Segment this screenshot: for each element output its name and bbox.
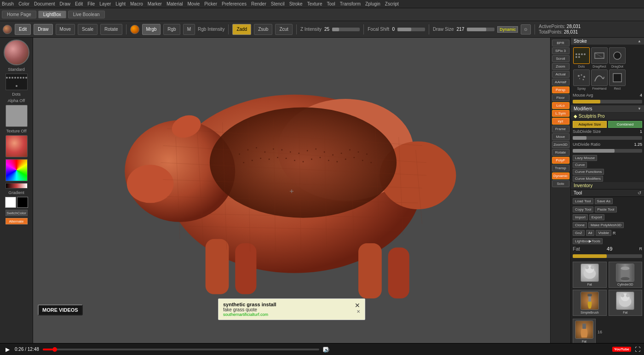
- export-button[interactable]: Export: [589, 214, 604, 220]
- menu-render[interactable]: Render: [251, 1, 266, 6]
- menu-edit[interactable]: Edit: [75, 1, 83, 6]
- tab-lightbox[interactable]: LightBox: [38, 11, 66, 18]
- bpr-button[interactable]: BPR: [552, 40, 569, 46]
- stroke-section-header[interactable]: Stroke ▲: [571, 38, 644, 45]
- clone-button[interactable]: Clone: [573, 222, 587, 228]
- texture-preview[interactable]: [6, 135, 28, 157]
- move-button[interactable]: Move: [56, 24, 75, 35]
- menu-marker[interactable]: Marker: [148, 1, 162, 6]
- mouse-avg-slider[interactable]: [573, 100, 642, 103]
- switch-color-button[interactable]: SwitchColor: [6, 210, 28, 216]
- menu-zscript[interactable]: Zscript: [385, 1, 399, 6]
- color-picker[interactable]: [6, 159, 28, 181]
- scroll-button[interactable]: Scroll: [552, 55, 569, 62]
- xyz-button[interactable]: xyz: [552, 118, 569, 125]
- menu-movie[interactable]: Movie: [188, 1, 200, 6]
- menu-tool[interactable]: Tool: [327, 1, 335, 6]
- menu-material[interactable]: Material: [167, 1, 183, 6]
- frame-button[interactable]: Frame: [552, 126, 569, 132]
- zoom3d-button[interactable]: Zoom3D: [552, 141, 569, 148]
- load-tool-button[interactable]: Load Tool: [573, 198, 593, 204]
- undivide-ratio-slider[interactable]: [573, 149, 642, 153]
- tab-home[interactable]: Home Page: [2, 11, 36, 18]
- material-sphere[interactable]: [3, 25, 12, 34]
- cylinder3d-tool-thumb[interactable]: Cylinder3D: [609, 262, 643, 288]
- fat2-tool-thumb[interactable]: Fat: [609, 290, 643, 316]
- spray-stroke[interactable]: Spray: [573, 69, 590, 90]
- subdivide-size-slider[interactable]: [573, 136, 642, 140]
- menu-brush[interactable]: Brush: [2, 1, 14, 6]
- menu-texture[interactable]: Texture: [307, 1, 322, 6]
- paste-tool-button[interactable]: Paste Tool: [595, 206, 616, 212]
- m-button[interactable]: M: [183, 24, 195, 35]
- dragdot-stroke[interactable]: DragDot: [609, 47, 626, 68]
- tool-reset-icon[interactable]: ↺: [638, 190, 641, 195]
- menu-preferences[interactable]: Preferences: [222, 1, 247, 6]
- volume-button[interactable]: 🔊: [323, 347, 328, 352]
- tool-section-header[interactable]: Tool ↺: [571, 189, 644, 197]
- dynamic-button[interactable]: Dynamic: [497, 26, 518, 33]
- visible-button[interactable]: Visible: [596, 230, 611, 236]
- tab-live-boolean[interactable]: Live Boolean: [68, 11, 105, 18]
- lsym-button[interactable]: L.Sym: [552, 110, 569, 117]
- solo-button[interactable]: Solo: [552, 180, 569, 187]
- curve-modifiers-button[interactable]: Curve Modifiers: [573, 176, 603, 182]
- menu-draw[interactable]: Draw: [60, 1, 70, 6]
- black-swatch[interactable]: [17, 197, 28, 208]
- zcut-button[interactable]: Zcut: [275, 24, 292, 35]
- combined-button[interactable]: Combined: [608, 121, 642, 128]
- modifiers-header[interactable]: Modifiers ▼: [571, 105, 644, 113]
- floor-button[interactable]: Floor: [552, 94, 569, 101]
- zoom-button[interactable]: Zoom: [552, 63, 569, 70]
- fat3-tool-thumb[interactable]: Fat: [573, 319, 596, 343]
- scale-button[interactable]: Scale: [78, 24, 98, 35]
- dots-stroke[interactable]: Dots: [573, 47, 590, 68]
- make-polymesh-button[interactable]: Make PolyMesh3D: [588, 222, 624, 228]
- all-button[interactable]: All: [586, 230, 595, 236]
- draw-button[interactable]: Draw: [34, 24, 52, 35]
- persp-button[interactable]: Persp: [552, 86, 569, 93]
- curve-functions-button[interactable]: Curve Functions: [573, 169, 604, 175]
- lolo-button[interactable]: LoLo: [552, 102, 569, 109]
- alpha-preview[interactable]: [6, 105, 28, 127]
- orange-sphere[interactable]: [130, 25, 139, 34]
- edit-button[interactable]: Edit: [15, 24, 31, 35]
- freehand-stroke[interactable]: FreeHand: [591, 69, 608, 90]
- menu-zplugin[interactable]: Zplugin: [365, 1, 380, 6]
- polyf-button[interactable]: PolyF: [552, 157, 569, 164]
- zsub-button[interactable]: Zsub: [254, 24, 272, 35]
- adaptive-size-button[interactable]: Adaptive Size: [573, 121, 607, 128]
- dots-preview[interactable]: [6, 74, 28, 90]
- 3d-viewport[interactable]: [61, 61, 546, 315]
- rect-stroke[interactable]: Rect: [609, 69, 626, 90]
- texture-off-label[interactable]: Texture Off: [6, 129, 27, 133]
- fat-tool-thumb[interactable]: Fat: [573, 262, 607, 288]
- copy-tool-button[interactable]: Copy Tool: [573, 206, 593, 212]
- menu-document[interactable]: Document: [34, 1, 55, 6]
- menu-layer[interactable]: Layer: [99, 1, 111, 6]
- inventory-header[interactable]: Inventory: [571, 182, 644, 189]
- goz-button[interactable]: GoZ: [573, 230, 585, 236]
- focal-shift-slider[interactable]: [397, 28, 425, 31]
- mrgb-button[interactable]: Mrgb: [142, 24, 161, 35]
- lightbox-tools-button[interactable]: Lightbox▶Tools: [573, 238, 603, 244]
- menu-stencil[interactable]: Stencil: [271, 1, 285, 6]
- simplebrush-tool-thumb[interactable]: SimpleBrush: [573, 290, 607, 316]
- canvas-background[interactable]: MORE VIDEOS synthetic grass install fake…: [33, 38, 550, 343]
- rgb-button[interactable]: Rgb: [163, 24, 180, 35]
- dragrect-stroke[interactable]: DragRect: [591, 47, 608, 68]
- spix-button[interactable]: SPix 3: [552, 47, 569, 54]
- alpha-off-label[interactable]: Alpha Off: [8, 98, 25, 103]
- camera-icon[interactable]: ⊙: [521, 24, 531, 34]
- ad-close-button[interactable]: ✕: [355, 302, 360, 309]
- aahalf-button[interactable]: AAHalf: [552, 79, 569, 86]
- dynamic-rt-button[interactable]: Dynamic: [552, 172, 569, 179]
- menu-macro[interactable]: Macro: [130, 1, 143, 6]
- alternate-button[interactable]: Alternate: [6, 218, 28, 224]
- menu-color[interactable]: Color: [18, 1, 29, 6]
- rotate-rt-button[interactable]: Rotate: [552, 149, 569, 156]
- rotate-button[interactable]: Rotate: [100, 24, 122, 35]
- fullscreen-button[interactable]: ⛶: [635, 346, 640, 353]
- sculptris-pro-header[interactable]: ◆ Sculptris Pro: [571, 113, 644, 120]
- menu-transform[interactable]: Transform: [340, 1, 361, 6]
